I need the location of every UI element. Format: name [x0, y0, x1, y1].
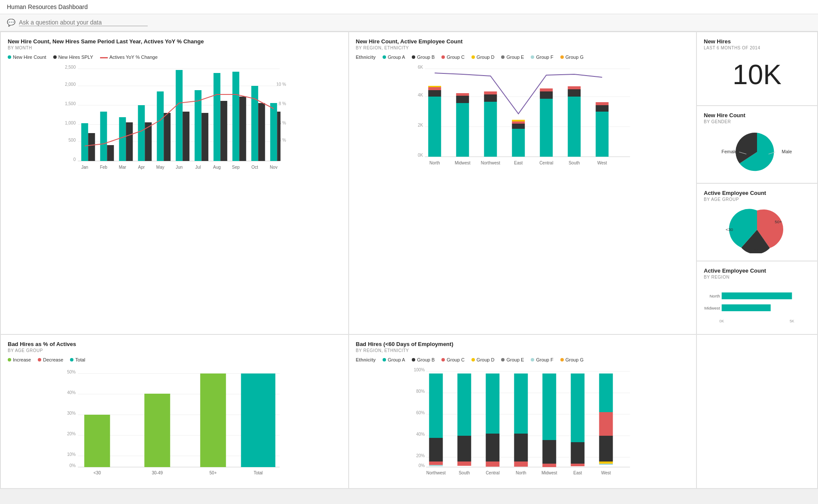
dot2-gb: [412, 358, 415, 361]
svg-text:Aug: Aug: [213, 165, 221, 170]
region-label-north: North: [709, 294, 720, 298]
label2-ge: Group E: [506, 357, 524, 362]
bar-northwest-a: [484, 102, 497, 157]
label2-gb: Group B: [417, 357, 435, 362]
svg-text:Jun: Jun: [176, 165, 182, 170]
new-hires-value: 10K: [704, 59, 810, 91]
svg-text:4K: 4K: [418, 93, 423, 97]
card-region: Active Employee Count BY REGION North Mi…: [697, 261, 817, 334]
right-panel: New Hires LAST 6 MONTHS OF 2014 10K New …: [697, 32, 817, 334]
label-30-49: 30-49: [747, 248, 758, 253]
bar-south-a: [568, 97, 581, 157]
dot-decrease: [38, 358, 41, 361]
svg-text:Feb: Feb: [100, 165, 108, 170]
sb-w-c: [599, 412, 613, 436]
legend-item-yoy: Actives YoY % Change: [100, 55, 158, 60]
qa-input[interactable]: [19, 19, 148, 26]
legend2-gb: Group B: [412, 357, 435, 362]
svg-text:40%: 40%: [416, 432, 425, 437]
bar-oct-nhc: [251, 86, 258, 161]
sb-e-b: [571, 442, 584, 464]
svg-text:30%: 30%: [67, 411, 76, 416]
svg-text:20%: 20%: [416, 453, 425, 458]
male-label: Male: [782, 149, 792, 154]
bad-hires-pct-svg: 50% 40% 30% 20% 10% 0% <30 30-49 50: [8, 365, 341, 481]
svg-text:May: May: [156, 165, 164, 170]
legend-gb: Group B: [412, 55, 435, 60]
bad-hires-60-svg: 100% 80% 60% 40% 20% 0%: [356, 365, 690, 481]
svg-text:50%: 50%: [67, 370, 76, 374]
legend-total: Total: [70, 357, 85, 362]
dot2-ga: [383, 358, 386, 361]
sb-c-b: [486, 434, 499, 461]
label-50plus: 50+: [775, 219, 782, 224]
bar-jan-nhc: [81, 123, 88, 161]
age-title: Active Employee Count: [704, 190, 810, 196]
bar-northwest-c: [484, 91, 497, 94]
bar-3049-inc: [144, 394, 170, 467]
svg-text:West: West: [601, 471, 611, 475]
card-age-group: Active Employee Count BY AGE GROUP 50+ <…: [697, 184, 817, 261]
svg-text:Jul: Jul: [195, 165, 201, 170]
legend-ge: Group E: [501, 55, 524, 60]
legend-increase: Increase: [8, 357, 31, 362]
svg-text:1,000: 1,000: [65, 121, 76, 125]
legend-label-sply: New Hires SPLY: [58, 55, 93, 60]
bar-aug-sply: [220, 101, 227, 161]
bar-u30-inc: [84, 415, 110, 467]
bar-east-b: [512, 124, 525, 129]
svg-text:0%: 0%: [418, 463, 425, 468]
bar-50plus-inc: [200, 373, 226, 467]
label-ga: Group A: [388, 55, 405, 60]
sb-mw-a: [542, 373, 556, 440]
legend-item-sply: New Hires SPLY: [53, 55, 93, 60]
bar-central-b: [540, 91, 553, 99]
svg-text:Nov: Nov: [270, 165, 277, 170]
bar-mar-nhc: [119, 117, 126, 161]
sb-s-c: [457, 461, 471, 466]
legend-item-nhc: New Hire Count: [8, 55, 46, 60]
legend-gg: Group G: [560, 55, 584, 60]
sb-n-b: [514, 434, 528, 461]
svg-text:2,500: 2,500: [65, 65, 76, 70]
svg-text:10%: 10%: [67, 452, 76, 457]
label-increase: Increase: [13, 357, 31, 362]
svg-text:Midwest: Midwest: [541, 471, 557, 475]
label2-gc: Group C: [447, 357, 465, 362]
label-gf: Group F: [536, 55, 553, 60]
region-chart-svg: 6K 4K 2K 0K: [356, 62, 690, 178]
bar-may-sply: [164, 113, 170, 161]
sb-e-a: [571, 373, 584, 442]
bar-north-c: [428, 87, 441, 90]
bar-west-c: [596, 102, 608, 105]
svg-text:80%: 80%: [416, 389, 425, 394]
svg-text:South: South: [459, 471, 470, 475]
svg-text:50+: 50+: [210, 471, 217, 475]
svg-text:1,500: 1,500: [65, 101, 76, 106]
dot2-gc: [441, 358, 445, 361]
combo-chart-svg: 2,500 2,000 1,500 1,000 500 0 10 % 8 % 6…: [8, 62, 341, 178]
svg-text:30-49: 30-49: [152, 471, 163, 475]
svg-text:0: 0: [73, 157, 76, 162]
gender-donut-svg: Female Male: [704, 128, 810, 176]
svg-text:Mar: Mar: [119, 165, 127, 170]
sb-c-c: [486, 461, 499, 467]
bar-nov-nhc: [270, 103, 277, 161]
dot-ge: [501, 55, 505, 59]
legend2-gd: Group D: [471, 357, 495, 362]
bar-midwest-b: [456, 96, 469, 103]
card-bad-hires-60: Bad Hires (<60 Days of Employment) BY RE…: [349, 335, 696, 488]
bar-feb-sply: [107, 145, 114, 161]
label-gg: Group G: [566, 55, 584, 60]
sb-n-c: [514, 461, 528, 467]
dot2-gg: [560, 358, 564, 361]
sb-nw-c: [429, 461, 443, 465]
svg-text:South: South: [569, 161, 580, 165]
bar-sep-sply: [239, 97, 246, 161]
label-gc: Group C: [447, 55, 465, 60]
bar-east-a: [512, 129, 525, 157]
bar-jun-sply: [182, 112, 189, 161]
legend-dot-sply: [53, 55, 57, 59]
sb-s-a: [457, 373, 471, 436]
bar-south-c: [568, 86, 581, 89]
